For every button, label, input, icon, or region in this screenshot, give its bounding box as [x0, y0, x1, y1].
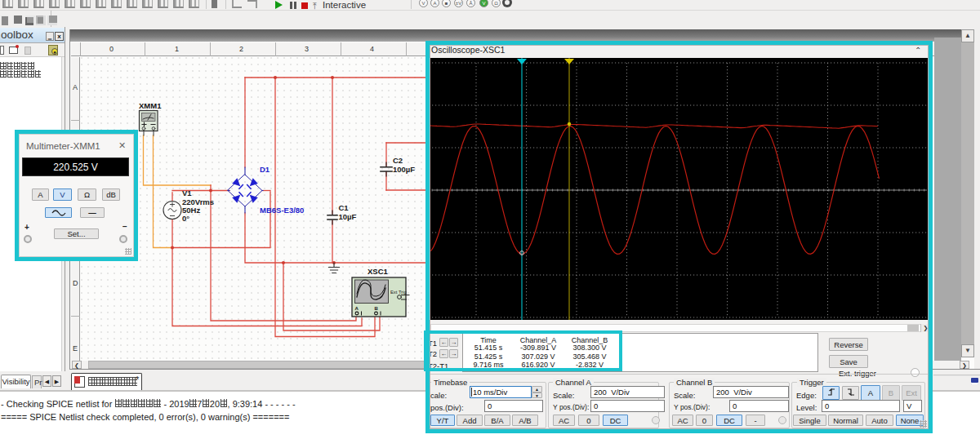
svg-text:C2: C2	[393, 156, 403, 165]
svg-text:100µF: 100µF	[393, 165, 415, 174]
svg-text:B: B	[375, 306, 379, 311]
svg-text:MB6S-E3/80: MB6S-E3/80	[260, 206, 304, 215]
svg-text:C1: C1	[339, 203, 350, 212]
svg-text:XSC1: XSC1	[368, 267, 389, 276]
svg-text:10µF: 10µF	[339, 212, 357, 221]
svg-text:0°: 0°	[182, 214, 189, 223]
svg-text:V1: V1	[182, 188, 192, 197]
svg-text:D1: D1	[260, 165, 270, 174]
svg-text:XMM1: XMM1	[139, 101, 162, 110]
svg-text:Ext Trig: Ext Trig	[390, 290, 407, 295]
svg-text:A: A	[355, 306, 359, 311]
